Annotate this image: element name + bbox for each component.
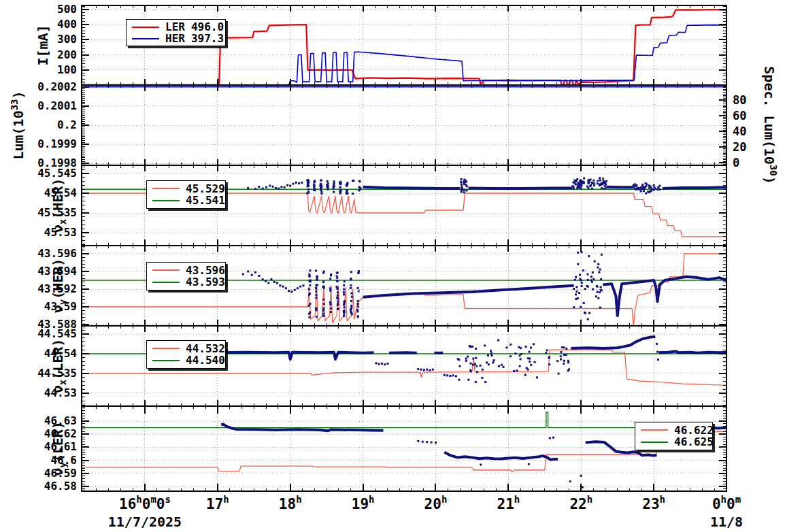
panel-frame: [82, 165, 726, 246]
panel-frame: [82, 246, 726, 326]
series-nu-x-her-band-2: [469, 188, 573, 189]
y-tick-label: 44.545: [37, 327, 77, 340]
series-nu-x-ler-fall-dots: [656, 343, 659, 361]
y-tick-label: 300: [57, 33, 77, 46]
series-nu-y-ler-band-3: [586, 442, 657, 456]
series-nu-x-her-band-4: [663, 187, 726, 188]
series-nu-y-ler-dots-mid: [417, 440, 437, 444]
axis-title-nu-x-her: νx(HER): [50, 178, 68, 233]
series-nu-x-her-set: [82, 193, 726, 237]
series-nu-y-ler-band-4: [658, 427, 727, 447]
y-tick-label: 0.1999: [37, 137, 77, 150]
y-tick-label: 0.2: [57, 118, 77, 131]
x-tick-label: 17h​: [206, 494, 229, 512]
series-nu-x-her-band-1: [363, 187, 460, 188]
panel-lum: 0.20020.20010.20.19990.1998Lum(1033)8060…: [9, 66, 779, 184]
x-tick-label: 0h​0m​: [712, 494, 741, 512]
series-nu-y-her-set: [82, 254, 726, 327]
series-LER-current: [82, 10, 726, 85]
series-nu-x-her-dots-early: [247, 182, 303, 190]
series-HER-current: [82, 25, 726, 85]
y-tick-label: 0.2001: [37, 99, 77, 112]
x-tick-label: 19h​: [352, 494, 375, 512]
panel-frame: [82, 5, 726, 85]
y-tick-label: 500: [57, 3, 77, 16]
y-tick-label: 46.58: [44, 480, 77, 493]
panel-ticks: [82, 326, 726, 406]
y-tick-label: 400: [57, 18, 77, 31]
right-tick-label: 40: [733, 124, 746, 138]
y-tick-label: 45.545: [37, 167, 77, 180]
axis-title-lum: Lum(1033): [9, 90, 27, 159]
series-nu-x-ler-dip-3: [444, 374, 457, 378]
series-nu-y-ler-band-2: [444, 452, 558, 460]
x-axis-labels: 16h​0m​0s​17h​18h​19h​20h​21h​22h​23h​0h…: [108, 494, 743, 530]
series-nu-y-her-dots-early: [242, 271, 305, 293]
series-nu-x-ler-set: [82, 350, 726, 385]
panel-nu-y-her: 43.59643.59443.59243.5943.588νy(HER): [37, 246, 726, 331]
series-nu-x-ler-band-2: [571, 337, 655, 348]
series-nu-x-her-band-3: [607, 187, 632, 188]
y-tick-label: 0.2002: [37, 80, 77, 93]
x-tick-label: 18h​: [279, 494, 302, 512]
x-tick-label: 23h​: [642, 494, 665, 512]
x-tick-label: 22h​: [569, 494, 592, 512]
series-nu-x-ler-band-3: [659, 352, 726, 353]
series-nu-x-ler-dip-2: [417, 368, 433, 371]
series-nu-x-her-burst-2: [460, 178, 468, 193]
series-nu-y-her-band-2: [603, 277, 726, 316]
panel-nu-x-ler: 44.54544.5444.53544.53νx(LER): [37, 326, 726, 406]
date-label-right: 11/8: [710, 514, 743, 530]
series-nu-x-ler-dots-start: [220, 346, 229, 352]
panel-frame: [82, 326, 726, 406]
series-nu-y-her-band-1: [363, 286, 574, 297]
x-tick-label: 21h​: [497, 494, 520, 512]
panel-frame: [82, 406, 726, 491]
x-tick-label: 16h​0m​0s​: [119, 494, 171, 512]
panel-frame: [82, 85, 726, 165]
series-nu-y-ler-ref: [82, 412, 726, 428]
panel-ticks: [82, 165, 726, 246]
panel-nu-x-her: 45.54545.5445.53545.53νx(HER): [37, 165, 726, 246]
series-nu-x-her-burst-4: [631, 182, 661, 195]
panel-ticks: [82, 406, 726, 491]
series-nu-x-ler-band-1b: [389, 352, 417, 353]
series-nu-x-her-burst-3: [571, 177, 607, 190]
y-tick-label: 100: [57, 63, 77, 76]
right-tick-label: 80: [733, 93, 746, 107]
axis-title-current: I[mA]: [35, 24, 51, 65]
right-tick-label: 20: [733, 140, 746, 154]
series-nu-y-her-burst-2: [573, 251, 603, 320]
right-tick-label: 60: [733, 109, 746, 122]
x-tick-label: 20h​: [424, 494, 448, 512]
series-nu-y-ler-outlier-dots: [480, 437, 584, 488]
panel-ticks: [82, 5, 726, 85]
panel-ticks: [82, 85, 726, 165]
y-tick-label: 43.596: [37, 247, 77, 260]
panel-ticks: [82, 246, 726, 326]
series-nu-x-ler-dip-1: [375, 362, 388, 365]
y-tick-label: 200: [57, 48, 77, 61]
series-nu-x-her-injection-burst: [306, 179, 361, 195]
axis-title-nu-x-ler: νx(LER): [50, 339, 68, 394]
beam-monitor-page: 500400300200100I[mA]0.20020.20010.20.199…: [0, 0, 785, 532]
right-tick-label: 0: [733, 156, 739, 169]
right-axis-title: Spec. Lum(1030): [761, 66, 779, 184]
timeseries-plot: 500400300200100I[mA]0.20020.20010.20.199…: [0, 0, 785, 532]
series-nu-x-ler-band-1: [221, 352, 373, 359]
panel-current: 500400300200100I[mA]: [35, 3, 726, 85]
panel-nu-y-ler: 46.6346.6246.6146.646.5946.58νy(LER): [44, 406, 726, 493]
date-label-left: 11/7/2025: [108, 514, 182, 530]
